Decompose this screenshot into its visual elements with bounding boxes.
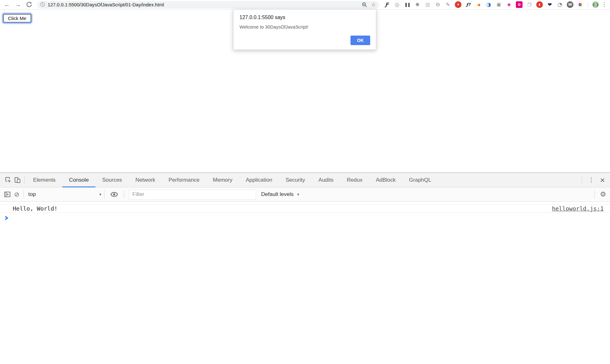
console-sidebar-icon[interactable] (3, 190, 12, 199)
live-expression-eye-icon[interactable] (109, 190, 119, 199)
prompt-chevron-icon (4, 216, 9, 220)
alert-message: Welcome to 30DaysOfJavaScript! (239, 24, 308, 30)
tab-application[interactable]: Application (239, 173, 279, 187)
alert-dialog: 127.0.0.1:5500 says Welcome to 30DaysOfJ… (233, 9, 376, 50)
tab-security[interactable]: Security (279, 173, 312, 187)
url-text[interactable]: 127.0.0.1:5500/30DaysOfJavaScript/01-Day… (48, 2, 358, 7)
context-selector-value: top (28, 191, 36, 198)
zoom-page-icon[interactable] (362, 2, 367, 8)
extension-g-circle-icon[interactable]: ◔ (557, 1, 563, 8)
back-icon[interactable]: ← (3, 1, 11, 9)
extension-eyedropper-icon[interactable]: ✎ (445, 1, 451, 8)
extension-rainbow-icon[interactable]: ● (577, 1, 584, 8)
console-toolbar: ⊘ top ▼ Default levels ▼ ⚙ (0, 187, 610, 202)
extension-green-braces-icon[interactable]: { } (592, 1, 599, 8)
console-filter-input[interactable] (129, 190, 256, 199)
tabbar-separator (24, 176, 24, 184)
tab-redux[interactable]: Redux (340, 173, 369, 187)
extension-grid-icon[interactable]: ▦ (424, 1, 431, 8)
tab-sources[interactable]: Sources (95, 173, 128, 187)
console-message-row: Hello, World! helloworld.js:1 (0, 204, 610, 213)
extensions-row: Ƒ ◎ ❚❚ ✺ ▦ ⊖ ✎ ✶ ƒ? ◀ ◑ ▣ ◈ ✿ ❐ ▮ ❤ ◔ W … (384, 1, 599, 8)
inspect-element-icon[interactable] (3, 175, 13, 185)
tab-network[interactable]: Network (129, 173, 162, 187)
console-log-text: Hello, World! (13, 205, 58, 212)
extension-stop-hand-icon[interactable]: ✶ (455, 1, 461, 8)
devtools-panel: Elements Console Sources Network Perform… (0, 172, 610, 364)
extension-pink-gear-icon[interactable]: ✿ (516, 1, 523, 8)
console-toolbar-separator (104, 190, 104, 199)
extension-fontawesome-icon[interactable]: Ƒ (384, 1, 390, 8)
tab-adblock[interactable]: AdBlock (369, 173, 402, 187)
bookmark-star-icon[interactable]: ☆ (371, 1, 376, 8)
tab-audits[interactable]: Audits (312, 173, 340, 187)
tab-graphql[interactable]: GraphQL (402, 173, 438, 187)
tab-console[interactable]: Console (62, 173, 95, 187)
extension-w-circle-icon[interactable]: W (567, 1, 573, 8)
context-selector[interactable]: top ▼ (28, 191, 102, 198)
devtools-close-icon[interactable]: × (599, 176, 610, 184)
tab-performance[interactable]: Performance (162, 173, 206, 187)
chevron-down-icon: ▼ (296, 192, 300, 196)
extension-graphql-icon[interactable]: ◈ (506, 1, 512, 8)
console-toolbar-separator (594, 190, 595, 199)
extension-camera-icon[interactable]: ▣ (496, 1, 502, 8)
extension-bug-icon[interactable]: ✺ (414, 1, 421, 8)
console-settings-gear-icon[interactable]: ⚙ (597, 190, 610, 199)
extension-blue-orb-icon[interactable]: ◑ (485, 1, 492, 8)
extension-panels-icon[interactable]: ❚❚ (404, 1, 411, 8)
devtools-menu-icon[interactable]: ⋮ (584, 176, 599, 184)
log-levels-dropdown[interactable]: Default levels ▼ (261, 191, 300, 198)
browser-menu-icon[interactable]: ⋮ (601, 1, 607, 8)
tab-elements[interactable]: Elements (26, 173, 62, 187)
toolbar-separator (588, 2, 588, 8)
reload-icon[interactable] (25, 1, 33, 9)
device-toolbar-icon[interactable] (13, 175, 22, 185)
console-toolbar-separator (124, 190, 124, 199)
url-bar[interactable]: ⓘ 127.0.0.1:5500/30DaysOfJavaScript/01-D… (37, 1, 379, 9)
clear-console-icon[interactable]: ⊘ (12, 190, 22, 199)
alert-ok-button[interactable]: OK (350, 36, 370, 45)
console-toolbar-separator (24, 190, 24, 199)
tab-memory[interactable]: Memory (206, 173, 239, 187)
extension-f-question-icon[interactable]: ƒ? (465, 1, 472, 8)
extension-heart-search-icon[interactable]: ❤ (546, 1, 553, 8)
console-source-link[interactable]: helloworld.js:1 (552, 205, 604, 212)
extension-red-bookmark-icon[interactable]: ▮ (536, 1, 543, 8)
chevron-down-icon: ▼ (99, 192, 102, 196)
page-info-icon[interactable]: ⓘ (40, 2, 45, 8)
extension-circle-minus-icon[interactable]: ⊖ (434, 1, 441, 8)
console-prompt[interactable] (0, 213, 610, 223)
alert-title: 127.0.0.1:5500 says (239, 15, 285, 20)
extension-puzzle-icon[interactable]: ❐ (526, 1, 533, 8)
devtools-tab-bar: Elements Console Sources Network Perform… (0, 173, 610, 187)
forward-icon[interactable]: → (14, 1, 22, 9)
extension-shutter-icon[interactable]: ◎ (394, 1, 400, 8)
click-me-button[interactable]: Click Me (3, 14, 31, 23)
tabbar-right-separator (582, 176, 582, 184)
console-output: Hello, World! helloworld.js:1 (0, 204, 610, 223)
extension-megaphone-icon[interactable]: ◀ (475, 1, 482, 8)
browser-toolbar: ← → ⓘ 127.0.0.1:5500/30DaysOfJavaScript/… (0, 0, 610, 10)
log-levels-label: Default levels (261, 191, 294, 198)
